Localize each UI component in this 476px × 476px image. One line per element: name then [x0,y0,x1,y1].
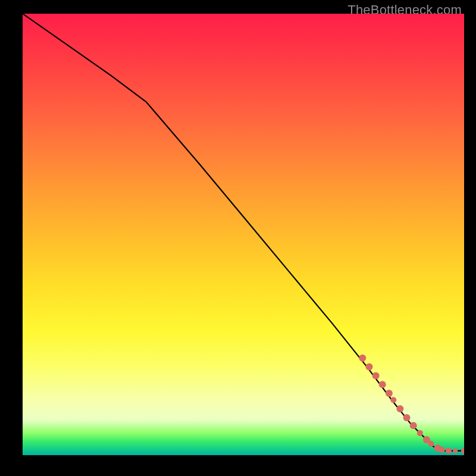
data-marker [446,448,452,454]
data-marker [359,355,366,362]
data-marker [417,430,423,436]
data-marker [372,372,380,379]
data-marker [461,448,464,454]
data-marker [366,364,373,371]
data-marker [396,405,403,412]
data-marker [386,390,393,397]
curve-line [23,14,464,451]
data-marker [390,397,396,403]
data-marker [410,422,417,429]
data-marker [379,381,386,388]
data-marker [453,449,458,453]
data-marker [439,447,445,453]
chart-svg [23,14,464,455]
data-marker [403,414,411,421]
data-marker [428,441,434,447]
chart-frame: TheBottleneck.com [0,0,476,476]
marker-group [359,355,464,454]
plot-area [23,14,464,455]
